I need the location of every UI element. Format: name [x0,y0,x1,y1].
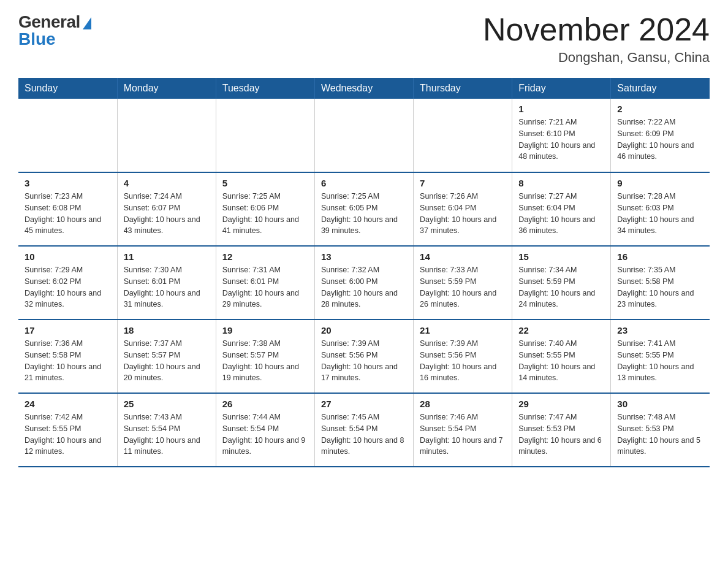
day-info: Sunrise: 7:25 AMSunset: 6:06 PMDaylight:… [222,191,308,237]
day-info: Sunrise: 7:35 AMSunset: 5:58 PMDaylight:… [617,264,703,310]
calendar-cell [216,99,314,172]
calendar-cell: 10Sunrise: 7:29 AMSunset: 6:02 PMDayligh… [18,246,117,320]
title-block: November 2024 Dongshan, Gansu, China [483,12,710,66]
calendar-cell: 3Sunrise: 7:23 AMSunset: 6:08 PMDaylight… [18,172,117,246]
day-info: Sunrise: 7:34 AMSunset: 5:59 PMDaylight:… [518,264,604,310]
logo-triangle-icon [83,17,91,29]
calendar-week-row: 10Sunrise: 7:29 AMSunset: 6:02 PMDayligh… [18,246,710,320]
calendar-cell: 13Sunrise: 7:32 AMSunset: 6:00 PMDayligh… [314,246,413,320]
day-number: 15 [518,251,604,262]
day-number: 25 [124,399,210,409]
day-info: Sunrise: 7:42 AMSunset: 5:55 PMDaylight:… [25,412,111,458]
calendar-cell: 27Sunrise: 7:45 AMSunset: 5:54 PMDayligh… [314,393,413,467]
day-info: Sunrise: 7:29 AMSunset: 6:02 PMDaylight:… [25,264,111,310]
day-number: 4 [124,178,210,188]
day-number: 20 [321,325,407,335]
day-info: Sunrise: 7:30 AMSunset: 6:01 PMDaylight:… [124,264,210,310]
day-number: 28 [420,399,506,409]
day-number: 9 [617,178,703,188]
calendar-cell: 22Sunrise: 7:40 AMSunset: 5:55 PMDayligh… [512,320,611,393]
calendar-cell: 30Sunrise: 7:48 AMSunset: 5:53 PMDayligh… [611,393,710,467]
calendar-table: SundayMondayTuesdayWednesdayThursdayFrid… [18,78,710,467]
day-info: Sunrise: 7:24 AMSunset: 6:07 PMDaylight:… [124,191,210,237]
calendar-week-row: 24Sunrise: 7:42 AMSunset: 5:55 PMDayligh… [18,393,710,467]
day-info: Sunrise: 7:22 AMSunset: 6:09 PMDaylight:… [617,117,703,163]
calendar-title: November 2024 [483,12,710,47]
calendar-cell: 28Sunrise: 7:46 AMSunset: 5:54 PMDayligh… [414,393,512,467]
day-info: Sunrise: 7:46 AMSunset: 5:54 PMDaylight:… [420,412,506,458]
day-number: 3 [25,178,111,188]
calendar-cell: 15Sunrise: 7:34 AMSunset: 5:59 PMDayligh… [512,246,611,320]
day-info: Sunrise: 7:26 AMSunset: 6:04 PMDaylight:… [420,191,506,237]
calendar-cell [314,99,413,172]
day-info: Sunrise: 7:38 AMSunset: 5:57 PMDaylight:… [222,338,308,384]
day-number: 16 [617,251,703,262]
calendar-week-row: 3Sunrise: 7:23 AMSunset: 6:08 PMDaylight… [18,172,710,246]
day-info: Sunrise: 7:31 AMSunset: 6:01 PMDaylight:… [222,264,308,310]
weekday-header-friday: Friday [512,78,611,99]
calendar-cell: 26Sunrise: 7:44 AMSunset: 5:54 PMDayligh… [216,393,314,467]
day-number: 7 [420,178,506,188]
calendar-cell: 2Sunrise: 7:22 AMSunset: 6:09 PMDaylight… [611,99,710,172]
calendar-cell: 18Sunrise: 7:37 AMSunset: 5:57 PMDayligh… [117,320,216,393]
day-info: Sunrise: 7:23 AMSunset: 6:08 PMDaylight:… [25,191,111,237]
calendar-cell: 25Sunrise: 7:43 AMSunset: 5:54 PMDayligh… [117,393,216,467]
calendar-cell: 12Sunrise: 7:31 AMSunset: 6:01 PMDayligh… [216,246,314,320]
day-number: 10 [25,251,111,262]
day-number: 24 [25,399,111,409]
day-number: 21 [420,325,506,335]
calendar-cell: 4Sunrise: 7:24 AMSunset: 6:07 PMDaylight… [117,172,216,246]
day-info: Sunrise: 7:41 AMSunset: 5:55 PMDaylight:… [617,338,703,384]
day-number: 13 [321,251,407,262]
calendar-cell [414,99,512,172]
weekday-header-thursday: Thursday [414,78,512,99]
calendar-week-row: 17Sunrise: 7:36 AMSunset: 5:58 PMDayligh… [18,320,710,393]
weekday-header-wednesday: Wednesday [314,78,413,99]
day-number: 14 [420,251,506,262]
calendar-cell: 5Sunrise: 7:25 AMSunset: 6:06 PMDaylight… [216,172,314,246]
calendar-cell: 11Sunrise: 7:30 AMSunset: 6:01 PMDayligh… [117,246,216,320]
calendar-cell: 21Sunrise: 7:39 AMSunset: 5:56 PMDayligh… [414,320,512,393]
weekday-header-sunday: Sunday [18,78,117,99]
logo: General Blue [18,12,91,49]
day-number: 11 [124,251,210,262]
day-number: 2 [617,104,703,114]
calendar-cell [18,99,117,172]
day-info: Sunrise: 7:43 AMSunset: 5:54 PMDaylight:… [124,412,210,458]
weekday-header-monday: Monday [117,78,216,99]
day-number: 6 [321,178,407,188]
calendar-cell: 23Sunrise: 7:41 AMSunset: 5:55 PMDayligh… [611,320,710,393]
calendar-cell: 6Sunrise: 7:25 AMSunset: 6:05 PMDaylight… [314,172,413,246]
calendar-cell: 8Sunrise: 7:27 AMSunset: 6:04 PMDaylight… [512,172,611,246]
calendar-week-row: 1Sunrise: 7:21 AMSunset: 6:10 PMDaylight… [18,99,710,172]
day-info: Sunrise: 7:48 AMSunset: 5:53 PMDaylight:… [617,412,703,458]
day-number: 18 [124,325,210,335]
day-info: Sunrise: 7:32 AMSunset: 6:00 PMDaylight:… [321,264,407,310]
day-number: 5 [222,178,308,188]
day-number: 27 [321,399,407,409]
day-info: Sunrise: 7:27 AMSunset: 6:04 PMDaylight:… [518,191,604,237]
day-number: 8 [518,178,604,188]
calendar-cell [117,99,216,172]
day-info: Sunrise: 7:37 AMSunset: 5:57 PMDaylight:… [124,338,210,384]
calendar-location: Dongshan, Gansu, China [483,50,710,66]
day-number: 1 [518,104,604,114]
day-number: 23 [617,325,703,335]
calendar-cell: 7Sunrise: 7:26 AMSunset: 6:04 PMDaylight… [414,172,512,246]
day-info: Sunrise: 7:28 AMSunset: 6:03 PMDaylight:… [617,191,703,237]
day-info: Sunrise: 7:44 AMSunset: 5:54 PMDaylight:… [222,412,308,458]
calendar-cell: 24Sunrise: 7:42 AMSunset: 5:55 PMDayligh… [18,393,117,467]
day-number: 12 [222,251,308,262]
weekday-header-saturday: Saturday [611,78,710,99]
calendar-cell: 16Sunrise: 7:35 AMSunset: 5:58 PMDayligh… [611,246,710,320]
weekday-header-tuesday: Tuesday [216,78,314,99]
calendar-cell: 9Sunrise: 7:28 AMSunset: 6:03 PMDaylight… [611,172,710,246]
day-info: Sunrise: 7:40 AMSunset: 5:55 PMDaylight:… [518,338,604,384]
day-info: Sunrise: 7:21 AMSunset: 6:10 PMDaylight:… [518,117,604,163]
calendar-cell: 29Sunrise: 7:47 AMSunset: 5:53 PMDayligh… [512,393,611,467]
day-info: Sunrise: 7:33 AMSunset: 5:59 PMDaylight:… [420,264,506,310]
day-number: 22 [518,325,604,335]
calendar-cell: 1Sunrise: 7:21 AMSunset: 6:10 PMDaylight… [512,99,611,172]
calendar-cell: 19Sunrise: 7:38 AMSunset: 5:57 PMDayligh… [216,320,314,393]
day-info: Sunrise: 7:36 AMSunset: 5:58 PMDaylight:… [25,338,111,384]
